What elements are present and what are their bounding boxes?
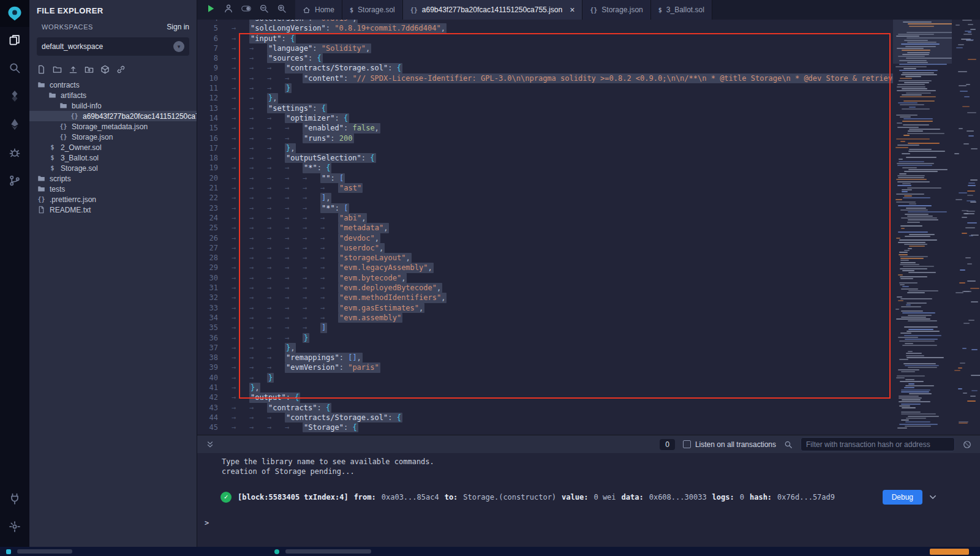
sign-in-button[interactable]: Sign in bbox=[164, 23, 189, 31]
code-line[interactable]: 45→→→→"Storage": { bbox=[197, 423, 893, 432]
tree-item[interactable]: tests bbox=[29, 184, 197, 194]
line-number[interactable]: 26 bbox=[197, 233, 225, 243]
line-number[interactable]: 38 bbox=[197, 353, 225, 363]
transaction-filter-input[interactable] bbox=[801, 437, 955, 451]
status-bar bbox=[0, 547, 980, 556]
rail-solidity-compiler[interactable] bbox=[0, 83, 29, 111]
tree-item[interactable]: artifacts bbox=[29, 90, 197, 100]
toggle-button[interactable] bbox=[241, 4, 251, 16]
tree-item[interactable]: {}a69b43f277ba20fcac141151250ca7... bbox=[29, 111, 197, 121]
close-tab-icon[interactable]: × bbox=[570, 6, 575, 14]
block-indicator-icon[interactable] bbox=[963, 440, 971, 449]
zoom-out-button[interactable] bbox=[259, 4, 269, 16]
tree-item[interactable]: README.txt bbox=[29, 205, 197, 215]
line-number[interactable]: 14 bbox=[197, 113, 225, 123]
line-number[interactable]: 40 bbox=[197, 373, 225, 383]
line-number[interactable]: 7 bbox=[197, 43, 225, 53]
line-number[interactable]: 32 bbox=[197, 293, 225, 302]
terminal-search-icon[interactable] bbox=[784, 440, 793, 449]
workspace-select[interactable]: default_workspace ▾ bbox=[37, 37, 189, 56]
line-number[interactable]: 43 bbox=[197, 403, 225, 413]
line-number[interactable]: 23 bbox=[197, 203, 225, 213]
minimap-viewport[interactable] bbox=[893, 20, 952, 64]
upload-folder-button[interactable] bbox=[85, 65, 94, 74]
line-number[interactable]: 22 bbox=[197, 193, 225, 203]
line-number[interactable]: 25 bbox=[197, 223, 225, 233]
line-number[interactable]: 34 bbox=[197, 313, 225, 323]
tree-item[interactable]: scripts bbox=[29, 173, 197, 184]
line-number[interactable]: 13 bbox=[197, 103, 225, 113]
tree-item[interactable]: $2_Owner.sol bbox=[29, 142, 197, 152]
line-number[interactable]: 9 bbox=[197, 63, 225, 73]
line-number[interactable]: 24 bbox=[197, 213, 225, 223]
tab-Storage.json[interactable]: {}Storage.json bbox=[582, 0, 650, 20]
listen-all-checkbox[interactable] bbox=[683, 440, 691, 448]
line-number[interactable]: 36 bbox=[197, 333, 225, 343]
line-number[interactable]: 35 bbox=[197, 323, 225, 332]
person-button[interactable] bbox=[224, 4, 233, 16]
line-number[interactable]: 12 bbox=[197, 93, 225, 103]
line-number[interactable]: 17 bbox=[197, 143, 225, 153]
rail-git[interactable] bbox=[0, 168, 29, 196]
line-number[interactable]: 18 bbox=[197, 153, 225, 163]
statusbar-alert-badge[interactable] bbox=[930, 549, 969, 555]
line-number[interactable]: 16 bbox=[197, 133, 225, 143]
rail-debugger[interactable] bbox=[0, 140, 29, 168]
line-number[interactable]: 8 bbox=[197, 53, 225, 63]
tab-Storage.sol[interactable]: $Storage.sol bbox=[342, 0, 403, 20]
line-number[interactable]: 15 bbox=[197, 123, 225, 133]
tree-item[interactable]: {}Storage.json bbox=[29, 132, 197, 142]
play-button[interactable] bbox=[206, 4, 216, 16]
tree-item[interactable]: {}Storage_metadata.json bbox=[29, 121, 197, 132]
tree-item[interactable]: $3_Ballot.sol bbox=[29, 152, 197, 163]
line-number[interactable]: 37 bbox=[197, 343, 225, 353]
link-button[interactable] bbox=[116, 65, 126, 74]
code-line[interactable]: 44→→→"contracts/Storage.sol": { bbox=[197, 413, 893, 423]
new-folder-button[interactable] bbox=[53, 65, 62, 74]
line-number[interactable]: 5 bbox=[197, 23, 225, 33]
line-number[interactable]: 11 bbox=[197, 83, 225, 93]
rail-file-explorer[interactable] bbox=[0, 27, 29, 55]
line-number[interactable]: 10 bbox=[197, 73, 225, 83]
tree-item[interactable]: build-info bbox=[29, 100, 197, 111]
line-number[interactable]: 20 bbox=[197, 173, 225, 183]
code-line[interactable]: 43→→"contracts": { bbox=[197, 403, 893, 413]
line-number[interactable]: 33 bbox=[197, 303, 225, 313]
line-number[interactable]: 30 bbox=[197, 273, 225, 283]
transaction-log-row[interactable]: ✓ [block:5583405 txIndex:4] from:0xa03..… bbox=[221, 490, 971, 505]
line-number[interactable]: 6 bbox=[197, 34, 225, 43]
zoom-in-button[interactable] bbox=[277, 4, 287, 16]
line-number[interactable]: 42 bbox=[197, 393, 225, 402]
tab-Home[interactable]: Home bbox=[295, 0, 342, 20]
chevron-down-icon[interactable] bbox=[929, 493, 937, 502]
line-number[interactable]: 27 bbox=[197, 243, 225, 253]
libraries-button[interactable] bbox=[100, 65, 110, 74]
code-editor[interactable]: 4→"solcVersion": "0.8.19",5→"solcLongVer… bbox=[197, 20, 980, 435]
tree-item[interactable]: contracts bbox=[29, 80, 197, 90]
debug-button[interactable]: Debug bbox=[883, 490, 922, 505]
line-number[interactable]: 41 bbox=[197, 383, 225, 393]
tab-3_Ballot.sol[interactable]: $3_Ballot.sol bbox=[651, 0, 712, 20]
line-number[interactable]: 28 bbox=[197, 253, 225, 263]
terminal-prompt[interactable]: > bbox=[205, 518, 971, 528]
line-number[interactable]: 39 bbox=[197, 363, 225, 372]
upload-file-button[interactable] bbox=[69, 65, 78, 74]
line-number[interactable]: 29 bbox=[197, 263, 225, 272]
new-file-button[interactable] bbox=[37, 65, 46, 74]
line-number[interactable]: 19 bbox=[197, 163, 225, 173]
code-line[interactable]: 5→"solcLongVersion": "0.8.19+commit.7dd6… bbox=[197, 23, 893, 33]
tree-item[interactable]: $Storage.sol bbox=[29, 163, 197, 173]
line-number[interactable]: 21 bbox=[197, 183, 225, 193]
rail-deploy-run[interactable] bbox=[0, 111, 29, 140]
tab-a69b43f277ba20fcac141151250ca755.json[interactable]: {}a69b43f277ba20fcac141151250ca755.json× bbox=[403, 0, 583, 20]
expand-terminal-icon[interactable] bbox=[206, 440, 214, 449]
minimap[interactable] bbox=[893, 20, 952, 435]
line-number[interactable]: 45 bbox=[197, 423, 225, 432]
rail-plugin-manager[interactable] bbox=[0, 486, 29, 514]
rail-settings[interactable] bbox=[0, 514, 29, 542]
rail-search[interactable] bbox=[0, 55, 29, 83]
tree-item[interactable]: {}.prettierrc.json bbox=[29, 194, 197, 205]
line-number[interactable]: 44 bbox=[197, 413, 225, 423]
terminal-output[interactable]: Type the library name to see available c… bbox=[197, 453, 980, 547]
line-number[interactable]: 31 bbox=[197, 283, 225, 293]
